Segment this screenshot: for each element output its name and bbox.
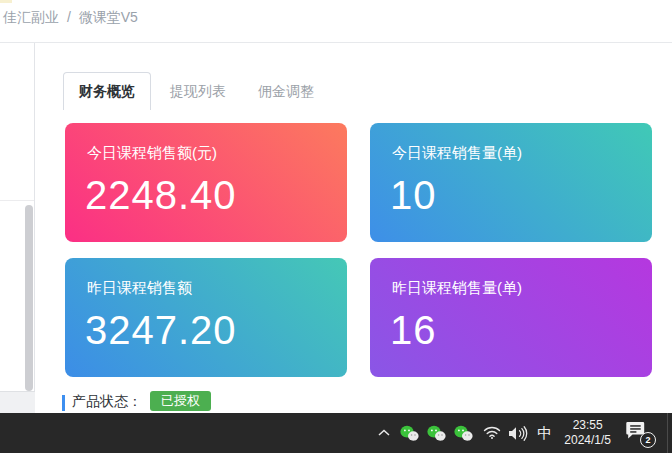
tab-commission-adjust[interactable]: 佣金调整: [258, 72, 314, 110]
product-status-label: 产品状态：: [72, 393, 142, 411]
stat-card-label: 今日课程销售额(元): [87, 144, 217, 163]
stat-card-today-sales-count: 今日课程销售量(单) 10: [370, 123, 652, 242]
stat-card-label: 今日课程销售量(单): [392, 144, 522, 163]
show-desktop-divider[interactable]: [667, 413, 668, 453]
authorized-badge: 已授权: [150, 391, 211, 411]
tray-date: 2024/1/5: [564, 433, 611, 448]
sidebar-scrollbar[interactable]: [25, 205, 33, 391]
tray-time: 23:55: [564, 418, 611, 433]
stat-card-value: 16: [390, 308, 437, 353]
wechat-icon[interactable]: [427, 425, 446, 442]
stat-card-yesterday-sales-amount: 昨日课程销售额 3247.20: [65, 258, 347, 377]
breadcrumb: 佳汇副业 / 微课堂V5: [3, 9, 138, 27]
action-center-icon[interactable]: 2: [625, 421, 651, 445]
stat-card-value: 10: [390, 173, 437, 218]
wechat-icon[interactable]: [454, 425, 473, 442]
volume-icon[interactable]: [508, 426, 529, 441]
breadcrumb-item-app[interactable]: 佳汇副业: [3, 9, 59, 25]
status-accent-bar: [62, 395, 65, 411]
notification-count-badge: 2: [640, 432, 656, 448]
main-content: 财务概览 提现列表 佣金调整 今日课程销售额(元) 2248.40 今日课程销售…: [35, 43, 672, 413]
wifi-icon[interactable]: [483, 426, 501, 440]
sidebar-collapsed: [0, 43, 35, 391]
stat-card-label: 昨日课程销售量(单): [392, 279, 522, 298]
tab-withdraw-list[interactable]: 提现列表: [170, 72, 226, 110]
stat-card-value: 3247.20: [85, 308, 237, 353]
tray-clock[interactable]: 23:55 2024/1/5: [564, 418, 611, 448]
windows-taskbar: 中 23:55 2024/1/5 2: [0, 413, 672, 453]
product-status-row: 产品状态： 已授权: [35, 390, 635, 414]
breadcrumb-separator: /: [67, 9, 71, 25]
breadcrumb-header: 佳汇副业 / 微课堂V5: [0, 0, 672, 43]
corner-artifact: [0, 0, 12, 3]
wechat-icon[interactable]: [400, 425, 419, 442]
tab-finance-overview[interactable]: 财务概览: [63, 72, 151, 110]
tray-chevron-up-icon[interactable]: [378, 429, 390, 437]
breadcrumb-item-page: 微课堂V5: [79, 9, 138, 25]
stat-card-value: 2248.40: [85, 173, 237, 218]
system-tray: 中 23:55 2024/1/5 2: [378, 413, 672, 453]
sidebar-divider: [0, 200, 34, 201]
ime-indicator[interactable]: 中: [536, 424, 553, 443]
stat-card-label: 昨日课程销售额: [87, 279, 192, 298]
stat-card-today-sales-amount: 今日课程销售额(元) 2248.40: [65, 123, 347, 242]
stat-card-yesterday-sales-count: 昨日课程销售量(单) 16: [370, 258, 652, 377]
